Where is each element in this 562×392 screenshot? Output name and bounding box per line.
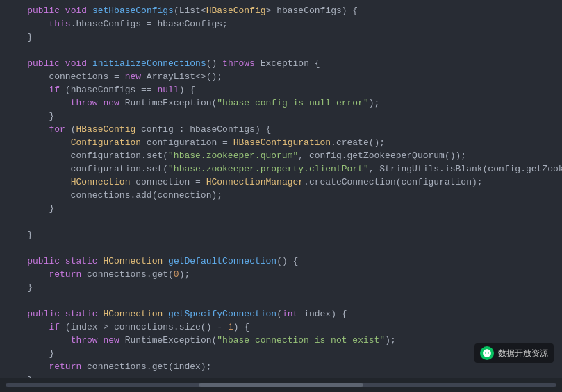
watermark-label: 数据开放资源: [498, 348, 548, 359]
scrollbar-area[interactable]: [0, 378, 562, 392]
code-line: [0, 296, 562, 309]
wechat-icon: [480, 346, 494, 360]
code-line: configuration.set("hbase.zookeeper.prope…: [0, 164, 562, 177]
code-line: }: [0, 32, 562, 45]
code-line: configuration.set("hbase.zookeeper.quoru…: [0, 151, 562, 164]
code-line: return connections.get(index);: [0, 361, 562, 375]
code-line: Configuration configuration = HBaseConfi…: [0, 137, 562, 151]
code-line: }: [0, 282, 562, 296]
code-line: HConnection connection = HConnectionMana…: [0, 177, 562, 190]
code-line: [0, 216, 562, 230]
code-line: throw new RuntimeException("hbase config…: [0, 98, 562, 111]
code-line: }: [0, 203, 562, 216]
code-line: return connections.get(0);: [0, 269, 562, 282]
code-line: connections.add(connection);: [0, 190, 562, 203]
scrollbar-thumb[interactable]: [199, 383, 364, 387]
scrollbar-track[interactable]: [6, 383, 556, 387]
code-line: this.hbaseConfigs = hbaseConfigs;: [0, 19, 562, 32]
code-line: public void setHbaseConfigs(List<HBaseCo…: [0, 6, 562, 19]
code-line: for (HBaseConfig config : hbaseConfigs) …: [0, 124, 562, 137]
code-line: public static HConnection getSpecifyConn…: [0, 309, 562, 322]
code-line: [0, 45, 562, 58]
code-line: if (hbaseConfigs == null) {: [0, 85, 562, 98]
code-line: if (index > connections.size() - 1) {: [0, 322, 562, 335]
code-line: connections = new ArrayList<>();: [0, 71, 562, 85]
code-line: [0, 243, 562, 256]
code-line: public static HConnection getDefaultConn…: [0, 256, 562, 269]
code-line: public void initializeConnections() thro…: [0, 58, 562, 71]
code-line: }: [0, 111, 562, 124]
watermark: 数据开放资源: [474, 343, 554, 363]
code-editor: public void setHbaseConfigs(List<HBaseCo…: [0, 0, 562, 378]
code-line: }: [0, 230, 562, 243]
